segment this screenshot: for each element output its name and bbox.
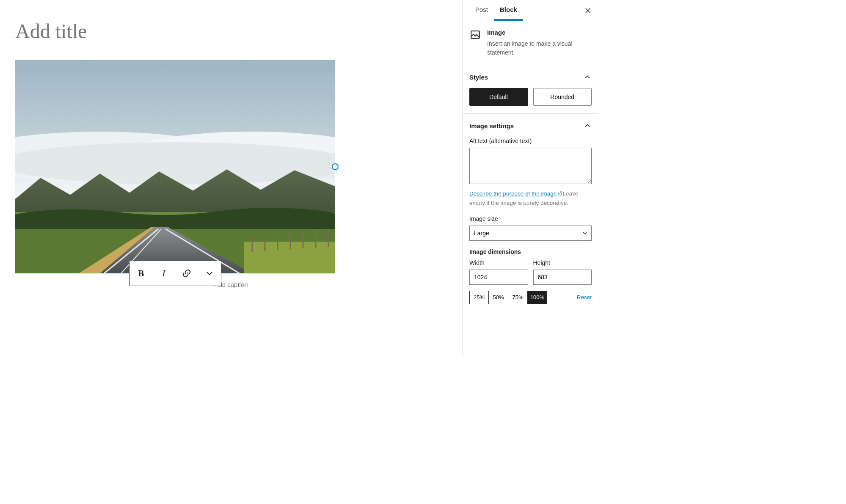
bold-icon: B bbox=[138, 268, 144, 279]
scale-50-button[interactable]: 50% bbox=[489, 291, 508, 304]
block-card-title: Image bbox=[487, 29, 592, 36]
svg-rect-14 bbox=[471, 31, 479, 38]
external-link-icon bbox=[557, 190, 562, 199]
post-title-input[interactable] bbox=[15, 19, 447, 43]
block-card: Image Insert an image to make a visual s… bbox=[463, 21, 598, 65]
italic-icon: I bbox=[162, 268, 165, 279]
alt-text-input[interactable] bbox=[469, 148, 592, 184]
styles-panel: Styles Default Rounded bbox=[463, 65, 598, 114]
chevron-up-icon bbox=[583, 121, 592, 130]
style-rounded-button[interactable]: Rounded bbox=[533, 88, 592, 106]
styles-panel-toggle[interactable]: Styles bbox=[469, 73, 592, 81]
image-size-select[interactable]: Large bbox=[469, 226, 592, 241]
bold-button[interactable]: B bbox=[130, 261, 152, 286]
chevron-up-icon bbox=[583, 73, 592, 81]
italic-button[interactable]: I bbox=[152, 261, 175, 286]
sidebar-tabs: Post Block bbox=[463, 0, 598, 21]
image-settings-panel-toggle[interactable]: Image settings bbox=[469, 121, 592, 130]
alt-text-label: Alt text (alternative text) bbox=[469, 138, 592, 144]
scale-button-group: 25% 50% 75% 100% bbox=[469, 291, 547, 304]
style-default-button[interactable]: Default bbox=[469, 88, 528, 106]
close-sidebar-button[interactable] bbox=[580, 3, 596, 19]
alt-help-text: Describe the purpose of the imageLeave e… bbox=[469, 190, 592, 208]
alt-help-link[interactable]: Describe the purpose of the image bbox=[469, 190, 562, 197]
image-content bbox=[15, 60, 335, 273]
image-block-icon bbox=[469, 29, 481, 41]
image-settings-heading: Image settings bbox=[469, 122, 514, 129]
more-formatting-button[interactable] bbox=[198, 261, 221, 286]
scale-25-button[interactable]: 25% bbox=[469, 291, 489, 304]
width-label: Width bbox=[469, 259, 528, 266]
image-settings-panel: Image settings Alt text (alternative tex… bbox=[463, 114, 598, 312]
tab-block[interactable]: Block bbox=[494, 0, 523, 21]
styles-heading: Styles bbox=[469, 74, 488, 81]
reset-dimensions-button[interactable]: Reset bbox=[577, 294, 592, 300]
svg-rect-6 bbox=[244, 242, 335, 273]
image-frame[interactable] bbox=[15, 60, 335, 273]
height-label: Height bbox=[533, 259, 592, 266]
chevron-down-icon bbox=[204, 268, 215, 278]
block-card-description: Insert an image to make a visual stateme… bbox=[487, 39, 592, 57]
tab-post[interactable]: Post bbox=[469, 0, 494, 21]
scale-75-button[interactable]: 75% bbox=[508, 291, 528, 304]
link-icon bbox=[182, 268, 192, 278]
caption-format-toolbar: B I bbox=[129, 261, 221, 286]
close-icon bbox=[584, 7, 592, 14]
link-button[interactable] bbox=[175, 261, 198, 286]
scale-100-button[interactable]: 100% bbox=[528, 291, 547, 304]
height-input[interactable] bbox=[533, 270, 592, 285]
image-dimensions-heading: Image dimensions bbox=[469, 248, 592, 255]
image-block[interactable]: B I bbox=[15, 60, 335, 273]
caption-input[interactable] bbox=[15, 281, 447, 288]
image-size-label: Image size bbox=[469, 215, 592, 222]
editor-canvas: B I bbox=[0, 0, 462, 355]
resize-handle-east[interactable] bbox=[332, 163, 339, 170]
width-input[interactable] bbox=[469, 270, 528, 285]
app-root: B I Post Block bbox=[0, 0, 598, 355]
image-caption bbox=[15, 281, 447, 288]
settings-sidebar: Post Block Image Insert an image to make… bbox=[462, 0, 598, 355]
